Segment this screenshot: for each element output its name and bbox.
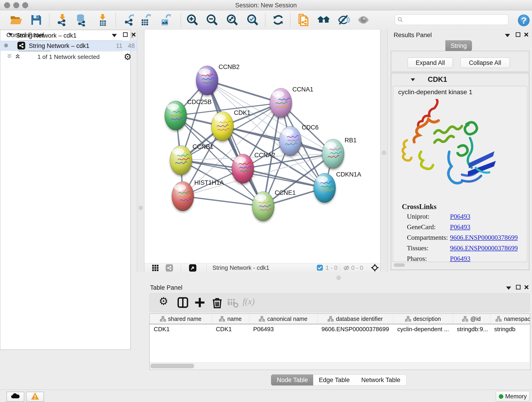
- refresh-icon[interactable]: [272, 13, 285, 26]
- collapse-all-button[interactable]: Collapse All: [460, 57, 510, 68]
- table-cell[interactable]: stringdb:9...: [457, 326, 488, 333]
- column-header--id[interactable]: @id: [453, 314, 490, 324]
- edge-count: 48: [124, 42, 135, 50]
- column-header-canonical-name[interactable]: canonical name: [249, 314, 317, 324]
- results-entry-box: CDK1 cyclin-dependent kinase 1: [391, 73, 529, 270]
- table-panel-close-icon[interactable]: [524, 284, 530, 291]
- collection-collapse-icon[interactable]: [8, 33, 12, 36]
- tab-node-table[interactable]: Node Table: [271, 375, 314, 385]
- expand-all-button[interactable]: Expand All: [408, 57, 453, 68]
- zoom-out-icon[interactable]: [206, 13, 219, 26]
- tab-edge-table[interactable]: Edge Table: [313, 375, 355, 385]
- results-buttons-box: Expand All Collapse All: [391, 51, 529, 72]
- share-session-file-icon[interactable]: [298, 13, 310, 26]
- export-table-icon[interactable]: [139, 13, 152, 26]
- table-settings-gear-icon[interactable]: ⚙: [159, 295, 171, 307]
- zoom-in-icon[interactable]: [186, 13, 199, 26]
- table-cell[interactable]: stringdb: [494, 326, 515, 333]
- entry-collapse-icon[interactable]: [411, 78, 415, 81]
- column-header-name[interactable]: name: [212, 314, 249, 324]
- selected-checkbox-icon[interactable]: [317, 265, 323, 271]
- import-network-file-icon[interactable]: [56, 13, 69, 26]
- open-in-window-icon[interactable]: [189, 264, 196, 272]
- network-view-title: String Network - cdk1: [212, 264, 269, 271]
- table-cell[interactable]: CDK1: [154, 326, 170, 333]
- toolbar-separator: [265, 13, 266, 27]
- show-columns-icon[interactable]: [177, 296, 189, 309]
- entry-hscrollbar[interactable]: [393, 263, 527, 268]
- network-options-gear-icon[interactable]: ⚙: [124, 52, 132, 62]
- delete-column-icon[interactable]: [211, 296, 223, 309]
- import-table-icon[interactable]: [96, 13, 109, 26]
- left-splitter-handle[interactable]: [139, 206, 143, 210]
- column-header-description[interactable]: description: [393, 314, 453, 324]
- table-cell[interactable]: 9606.ENSP00000378699: [322, 326, 389, 333]
- results-tab-string[interactable]: String: [445, 40, 472, 51]
- open-session-icon[interactable]: [10, 13, 22, 26]
- crosslink-value-link[interactable]: 9606.ENSP00000378699: [450, 234, 518, 241]
- help-icon[interactable]: ?: [517, 14, 530, 27]
- network-node-CCNE1[interactable]: CCNE1: [252, 189, 296, 221]
- node-label-CCNA2: CCNA2: [254, 152, 275, 159]
- node-label-CCNA1: CCNA1: [292, 86, 313, 93]
- node-label-CDK1: CDK1: [234, 109, 250, 116]
- crosslink-value-link[interactable]: P06493: [450, 255, 470, 262]
- network-node-CCNA2[interactable]: CCNA2: [232, 152, 275, 183]
- results-panel-float-icon[interactable]: [515, 32, 521, 38]
- entry-hscrollbar-thumb[interactable]: [394, 263, 405, 267]
- network-canvas[interactable]: CCNB2CCNA1CDC25BCDK1CDC6RB1CCNB1CCNA2CDK…: [145, 30, 380, 263]
- save-session-icon[interactable]: [30, 13, 43, 26]
- search-input[interactable]: [405, 15, 505, 24]
- tab-network-table[interactable]: Network Table: [355, 375, 406, 385]
- table-cell[interactable]: cyclin-dependent ...: [397, 326, 449, 333]
- title-bar: Session: New Session: [0, 0, 532, 10]
- table-splitter[interactable]: [145, 272, 532, 282]
- results-panel-title: Results Panel: [394, 32, 432, 39]
- import-network-from-database-icon[interactable]: [75, 13, 88, 26]
- export-image-icon[interactable]: [159, 13, 172, 26]
- network-row-selected[interactable]: String Network – cdk1 11 48: [0, 41, 137, 51]
- memory-button[interactable]: Memory: [496, 391, 530, 402]
- results-panel-close-icon[interactable]: [523, 32, 529, 38]
- grid-view-icon[interactable]: [152, 264, 159, 272]
- table-splitter-handle[interactable]: [336, 276, 341, 280]
- table-panel-float-icon[interactable]: [515, 284, 521, 291]
- show-panel-eye-icon[interactable]: [357, 13, 370, 26]
- crosslink-value-link[interactable]: P06493: [450, 223, 470, 231]
- home-networks-icon[interactable]: [317, 13, 330, 26]
- table-cell[interactable]: P06493: [253, 326, 274, 333]
- network-node-CDC6[interactable]: CDC6: [279, 124, 319, 156]
- network-collection-row[interactable]: String Network – cdk1 1: [0, 30, 137, 41]
- table-panel-menu-icon[interactable]: [506, 287, 511, 290]
- network-node-HIST1H1A[interactable]: HIST1H1A: [172, 179, 224, 211]
- add-column-icon[interactable]: [194, 296, 206, 309]
- export-network-icon[interactable]: [123, 13, 136, 26]
- column-header-namespace[interactable]: namespace: [490, 314, 530, 324]
- results-panel-menu-icon[interactable]: [505, 34, 510, 37]
- right-splitter[interactable]: [380, 30, 388, 272]
- crosslink-value-link[interactable]: P06493: [450, 213, 470, 220]
- table-cell[interactable]: CDK1: [216, 326, 232, 333]
- zoom-fit-icon[interactable]: [226, 13, 239, 26]
- network-node-CDK1[interactable]: CDK1: [211, 109, 250, 141]
- network-node-RB1[interactable]: RB1: [322, 137, 357, 168]
- memory-label: Memory: [505, 393, 527, 400]
- crosslink-label: Compartments:: [407, 234, 448, 241]
- cloud-button[interactable]: [6, 392, 24, 402]
- column-header-database-identifier[interactable]: database identifier: [317, 314, 393, 324]
- entry-gene-name: CDK1: [428, 75, 447, 84]
- hide-panel-eye-slash-icon[interactable]: [337, 13, 350, 26]
- network-node-CDKN1A[interactable]: CDKN1A: [314, 171, 361, 203]
- crosslink-value-link[interactable]: 9606.ENSP00000378699: [450, 244, 518, 252]
- left-splitter[interactable]: [137, 30, 144, 272]
- column-header-shared-name[interactable]: shared name: [150, 314, 212, 324]
- control-panel: Control Panel Network Style Select Sets …: [0, 30, 137, 390]
- string-app-icon: [17, 42, 25, 50]
- table-hscrollbar-thumb[interactable]: [151, 364, 194, 368]
- string-network-badge-icon[interactable]: [166, 264, 173, 272]
- zoom-selected-icon[interactable]: [246, 13, 259, 26]
- warning-button[interactable]: [26, 392, 44, 402]
- fit-selected-crosshair-icon[interactable]: [371, 264, 379, 273]
- right-splitter-handle[interactable]: [382, 151, 386, 155]
- table-hscrollbar[interactable]: [150, 362, 530, 370]
